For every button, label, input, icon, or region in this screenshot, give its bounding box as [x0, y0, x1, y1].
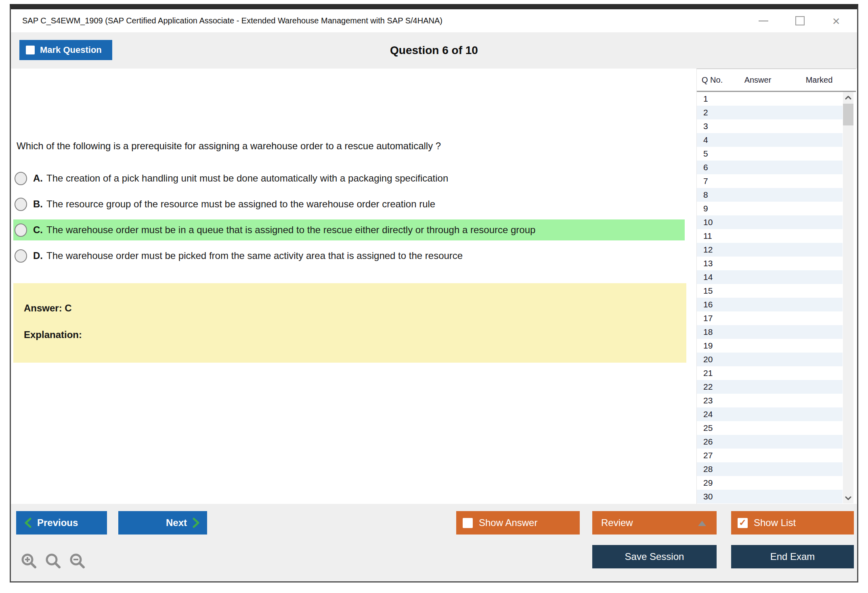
question-counter: Question 6 of 10 [11, 32, 857, 69]
minimize-button[interactable] [751, 9, 776, 32]
question-list-row[interactable]: 30 [697, 490, 843, 503]
previous-label: Previous [37, 517, 78, 528]
question-list-row[interactable]: 3 [697, 119, 843, 133]
question-list-row[interactable]: 23 [697, 394, 843, 407]
option-text: The warehouse order must be in a queue t… [46, 224, 535, 236]
save-session-label: Save Session [625, 551, 684, 562]
question-list-row[interactable]: 17 [697, 311, 843, 325]
question-list-row[interactable]: 27 [697, 449, 843, 462]
triangle-up-icon [698, 521, 706, 526]
magnifier-icon[interactable] [44, 553, 62, 570]
question-list-row[interactable]: 18 [697, 325, 843, 339]
maximize-button[interactable] [788, 9, 812, 32]
question-list-row[interactable]: 28 [697, 462, 843, 476]
question-list-row[interactable]: 16 [697, 298, 843, 311]
previous-button[interactable]: Previous [16, 511, 107, 535]
radio-button-icon[interactable] [15, 249, 27, 263]
question-list-row[interactable]: 7 [697, 174, 843, 188]
question-list-row[interactable]: 26 [697, 435, 843, 449]
question-text: Which of the following is a prerequisite… [17, 140, 441, 152]
show-list-label: Show List [754, 517, 796, 528]
header-band: Question 6 of 10 Mark Question [11, 32, 857, 69]
question-list-row[interactable]: 19 [697, 339, 843, 353]
maximize-icon [795, 16, 805, 25]
option-text: The warehouse order must be picked from … [46, 250, 463, 261]
end-exam-button[interactable]: End Exam [731, 545, 854, 568]
option-letter: C. [33, 224, 43, 236]
question-list-row[interactable]: 8 [697, 188, 843, 202]
next-label: Next [166, 517, 187, 528]
zoom-in-icon[interactable] [20, 553, 38, 570]
app-window: SAP C_S4EWM_1909 (SAP Certified Applicat… [10, 4, 858, 583]
review-button[interactable]: Review [592, 511, 717, 535]
close-button[interactable]: × [824, 9, 848, 32]
mark-question-button[interactable]: Mark Question [19, 40, 112, 60]
end-exam-label: End Exam [770, 551, 815, 562]
answer-option[interactable]: D.The warehouse order must be picked fro… [13, 243, 685, 269]
title-bar: SAP C_S4EWM_1909 (SAP Certified Applicat… [11, 9, 857, 32]
chevron-left-icon [24, 518, 31, 528]
minimize-icon [759, 21, 768, 21]
question-list-row[interactable]: 25 [697, 421, 843, 435]
question-list-row[interactable]: 24 [697, 407, 843, 421]
close-icon: × [832, 15, 840, 27]
save-session-button[interactable]: Save Session [592, 545, 717, 568]
column-header-answer: Answer [736, 69, 780, 91]
option-text: The resource group of the resource must … [46, 198, 435, 210]
zoom-out-icon[interactable] [69, 553, 86, 570]
show-answer-button[interactable]: Show Answer [456, 511, 580, 535]
question-list-row[interactable]: 2 [697, 106, 843, 119]
mark-question-checkbox[interactable] [26, 46, 35, 54]
column-header-marked: Marked [797, 69, 841, 91]
question-list-row[interactable]: 20 [697, 353, 843, 366]
answer-box: Answer: C Explanation: [13, 283, 686, 363]
answer-option[interactable]: A.The creation of a pick handling unit m… [13, 165, 685, 191]
question-list-row[interactable]: 1 [697, 92, 843, 106]
next-button[interactable]: Next [118, 511, 207, 535]
answer-label: Answer: C [24, 303, 686, 314]
question-list-row[interactable]: 4 [697, 133, 843, 147]
question-list-row[interactable]: 13 [697, 257, 843, 270]
question-list-row[interactable]: 29 [697, 476, 843, 490]
option-letter: A. [33, 173, 43, 184]
review-label: Review [601, 517, 633, 528]
question-list-row[interactable]: 9 [697, 202, 843, 215]
show-answer-checkbox[interactable] [463, 518, 473, 528]
question-list-row[interactable]: 11 [697, 229, 843, 243]
question-list: 1234567891011121314151617181920212223242… [697, 92, 843, 503]
mark-question-label: Mark Question [40, 45, 102, 55]
checkmark-icon: ✓ [739, 518, 746, 527]
show-list-button[interactable]: ✓ Show List [731, 511, 854, 535]
scrollbar[interactable] [843, 92, 853, 503]
main-area: Which of the following is a prerequisite… [11, 69, 857, 504]
answer-option[interactable]: B.The resource group of the resource mus… [13, 191, 685, 217]
option-text: The creation of a pick handling unit mus… [46, 173, 448, 184]
scroll-down-arrow-icon[interactable] [843, 493, 853, 503]
answer-option[interactable]: C.The warehouse order must be in a queue… [13, 217, 685, 243]
show-answer-label: Show Answer [479, 517, 537, 528]
show-list-checkbox[interactable]: ✓ [738, 518, 748, 528]
question-list-row[interactable]: 22 [697, 380, 843, 394]
options-list: A.The creation of a pick handling unit m… [13, 165, 685, 269]
radio-button-icon[interactable] [15, 172, 27, 185]
question-list-row[interactable]: 6 [697, 161, 843, 174]
question-list-row[interactable]: 15 [697, 284, 843, 298]
question-list-row[interactable]: 14 [697, 270, 843, 284]
option-letter: B. [33, 198, 43, 210]
column-header-qno: Q No. [702, 69, 723, 91]
question-list-row[interactable]: 10 [697, 215, 843, 229]
radio-button-icon[interactable] [15, 223, 27, 237]
question-list-panel: Q No. Answer Marked 12345678910111213141… [696, 69, 856, 504]
zoom-toolbar [20, 553, 86, 570]
option-letter: D. [33, 250, 43, 261]
radio-button-icon[interactable] [15, 198, 27, 211]
footer-bar: Previous Next Show Answer Review ✓ Show … [11, 504, 857, 581]
question-list-row[interactable]: 21 [697, 366, 843, 380]
question-list-header: Q No. Answer Marked [697, 69, 856, 92]
question-list-row[interactable]: 5 [697, 147, 843, 161]
scroll-up-arrow-icon[interactable] [843, 92, 853, 103]
question-list-row[interactable]: 12 [697, 243, 843, 257]
window-title: SAP C_S4EWM_1909 (SAP Certified Applicat… [22, 9, 442, 32]
scrollbar-thumb[interactable] [843, 104, 853, 125]
chevron-right-icon [193, 518, 200, 528]
